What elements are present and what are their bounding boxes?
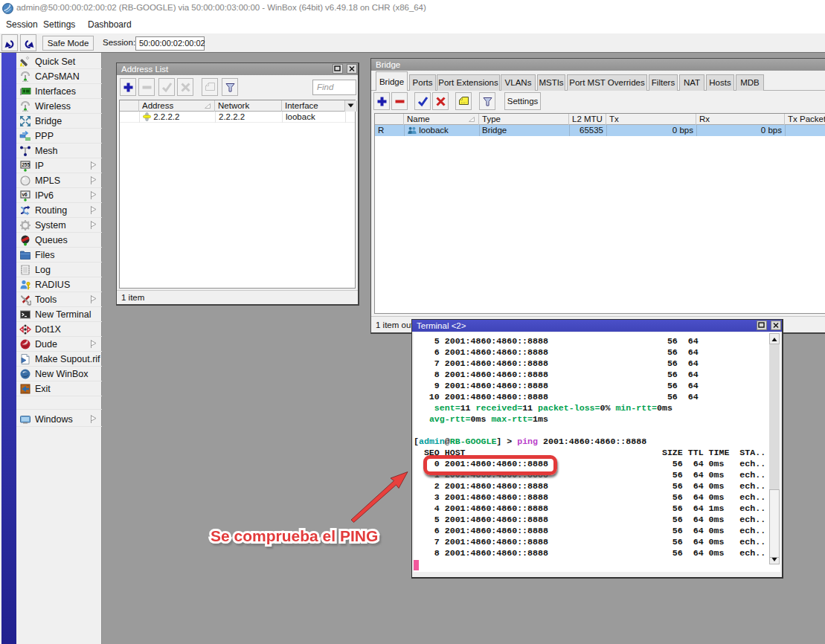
svg-text:255: 255 bbox=[22, 162, 30, 167]
svg-text:v6: v6 bbox=[22, 192, 28, 197]
svg-text:Se comprueba el PING: Se comprueba el PING bbox=[211, 527, 378, 544]
